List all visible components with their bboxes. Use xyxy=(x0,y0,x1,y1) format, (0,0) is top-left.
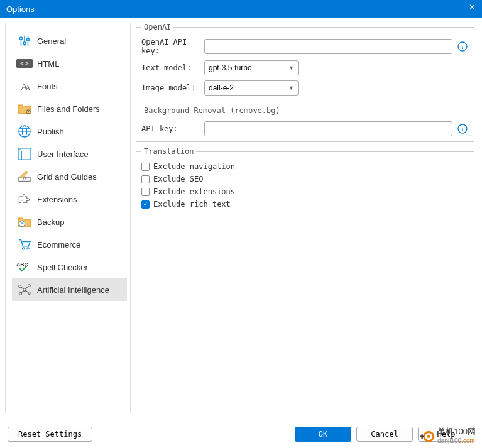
openai-api-key-input[interactable] xyxy=(204,39,452,54)
svg-point-25 xyxy=(23,248,25,249)
window-icon xyxy=(16,146,33,161)
sidebar-item-backup[interactable]: Backup xyxy=(12,210,127,233)
sidebar-item-label: Artificial Intelligence xyxy=(37,285,109,295)
info-icon[interactable]: i xyxy=(456,123,469,135)
sidebar-item-label: Ecommerce xyxy=(37,240,80,249)
window-title: Options xyxy=(6,4,35,14)
svg-point-36 xyxy=(28,292,31,295)
sidebar-item-general[interactable]: General xyxy=(12,30,127,52)
sidebar-item-files[interactable]: Files and Folders xyxy=(12,97,127,120)
exclude-nav-label: Exclude navigation xyxy=(153,162,235,171)
exclude-rich-label: Exclude rich text xyxy=(153,200,231,209)
sidebar-item-fonts[interactable]: AA Fonts xyxy=(12,75,127,97)
puzzle-icon xyxy=(16,192,33,207)
sidebar-item-label: User Interface xyxy=(37,150,89,159)
openai-group: OpenAI OpenAI API key: i Text model: gpt… xyxy=(136,23,474,101)
sidebar-item-label: Backup xyxy=(37,217,64,227)
abc-check-icon: ABC xyxy=(16,260,33,275)
exclude-ext-label: Exclude extensions xyxy=(153,187,235,196)
chevron-down-icon: ▼ xyxy=(288,85,294,91)
sidebar-item-publish[interactable]: Publish xyxy=(12,120,127,143)
exclude-rich-checkbox[interactable] xyxy=(141,200,150,209)
globe-icon xyxy=(16,124,33,139)
titlebar: Options ✕ xyxy=(0,0,482,18)
svg-point-32 xyxy=(23,288,26,292)
sidebar-item-extensions[interactable]: Extensions xyxy=(12,188,127,210)
svg-point-35 xyxy=(19,293,22,295)
sidebar-item-label: Publish xyxy=(37,127,64,136)
svg-point-34 xyxy=(28,285,31,287)
image-model-label: Image model: xyxy=(141,84,204,92)
image-model-select[interactable]: dall-e-2 ▼ xyxy=(204,80,299,96)
ruler-pencil-icon xyxy=(16,169,33,184)
fonts-icon: AA xyxy=(16,79,33,94)
svg-point-3 xyxy=(19,37,22,40)
svg-point-33 xyxy=(19,285,21,288)
svg-point-4 xyxy=(23,42,26,45)
folder-clock-icon xyxy=(16,214,33,229)
cart-icon xyxy=(16,237,33,252)
svg-text:i: i xyxy=(462,126,464,133)
openai-legend: OpenAI xyxy=(141,23,173,31)
translation-group: Translation Exclude navigation Exclude S… xyxy=(136,147,474,214)
sidebar-item-ecommerce[interactable]: Ecommerce xyxy=(12,233,127,256)
svg-point-11 xyxy=(28,111,29,112)
sidebar-item-label: General xyxy=(37,36,66,46)
sidebar-item-label: Spell Checker xyxy=(37,263,88,272)
text-model-select[interactable]: gpt-3.5-turbo ▼ xyxy=(204,60,299,75)
info-icon[interactable]: i xyxy=(456,40,469,53)
sidebar-item-grid[interactable]: Grid and Guides xyxy=(12,165,127,188)
bg-removal-group: Background Removal (remove.bg) API key: … xyxy=(136,106,474,142)
folder-gear-icon xyxy=(16,101,33,116)
sidebar-item-label: Files and Folders xyxy=(37,104,100,114)
sidebar-item-html[interactable]: < > HTML xyxy=(12,52,127,75)
footer: Reset Settings OK Cancel Help xyxy=(0,427,482,442)
sliders-icon xyxy=(16,33,33,48)
bg-api-key-label: API key: xyxy=(141,124,204,133)
exclude-seo-checkbox[interactable] xyxy=(141,175,150,183)
network-icon xyxy=(16,282,33,297)
sidebar-item-ai[interactable]: Artificial Intelligence xyxy=(12,278,127,301)
svg-point-5 xyxy=(26,38,29,41)
text-model-label: Text model: xyxy=(141,63,204,72)
sidebar-item-label: Fonts xyxy=(37,82,58,91)
main-panel: OpenAI OpenAI API key: i Text model: gpt… xyxy=(131,18,482,418)
sidebar-item-label: Grid and Guides xyxy=(37,172,97,182)
sidebar-item-ui[interactable]: User Interface xyxy=(12,143,127,165)
ok-button[interactable]: OK xyxy=(295,427,351,442)
svg-rect-18 xyxy=(19,149,21,150)
svg-text:i: i xyxy=(462,43,464,50)
svg-text:A: A xyxy=(25,84,31,92)
exclude-ext-checkbox[interactable] xyxy=(141,188,150,196)
reset-button[interactable]: Reset Settings xyxy=(8,427,92,442)
bg-api-key-input[interactable] xyxy=(204,121,452,136)
image-model-value: dall-e-2 xyxy=(209,84,234,92)
svg-rect-19 xyxy=(19,178,30,182)
cancel-button[interactable]: Cancel xyxy=(356,427,413,442)
chevron-down-icon: ▼ xyxy=(288,65,294,71)
svg-point-26 xyxy=(27,248,29,249)
sidebar-item-label: Extensions xyxy=(37,195,77,204)
help-button[interactable]: Help xyxy=(418,427,474,442)
exclude-seo-label: Exclude SEO xyxy=(153,175,203,183)
svg-text:< >: < > xyxy=(20,60,29,67)
code-icon: < > xyxy=(16,56,33,71)
translation-legend: Translation xyxy=(141,147,196,156)
svg-text:ABC: ABC xyxy=(16,261,29,268)
sidebar-item-label: HTML xyxy=(37,59,59,68)
exclude-nav-checkbox[interactable] xyxy=(141,163,150,171)
openai-api-key-label: OpenAI API key: xyxy=(141,38,204,55)
sidebar-item-spellcheck[interactable]: ABC Spell Checker xyxy=(12,256,127,278)
sidebar: General < > HTML AA Fonts Files and Fold… xyxy=(5,23,131,413)
bg-legend: Background Removal (remove.bg) xyxy=(141,106,283,115)
text-model-value: gpt-3.5-turbo xyxy=(209,63,252,72)
close-icon[interactable]: ✕ xyxy=(469,3,476,12)
